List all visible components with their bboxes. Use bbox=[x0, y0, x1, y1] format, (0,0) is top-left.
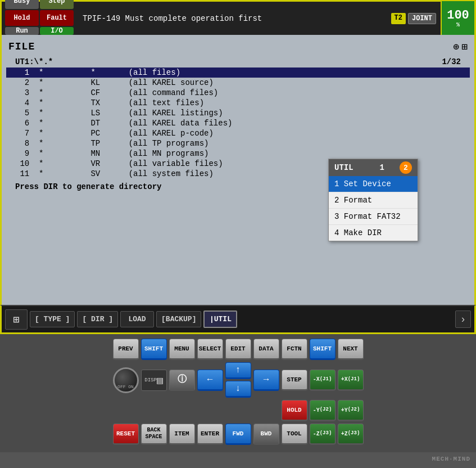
list-item[interactable]: 8 * TP (all TP programs) bbox=[6, 138, 470, 148]
off-on-knob[interactable]: OFF ON bbox=[113, 367, 139, 393]
pos-y-button[interactable]: +Y(J2) bbox=[338, 400, 364, 421]
list-item[interactable]: 5 * LS (all KAREL listings) bbox=[6, 108, 470, 118]
list-item[interactable]: 3 * CF (all command files) bbox=[6, 88, 470, 98]
arrow-right-button[interactable]: → bbox=[253, 370, 279, 391]
prev-button[interactable]: PREV bbox=[113, 339, 139, 360]
shift-button-right[interactable]: SHIFT bbox=[310, 339, 336, 360]
hold-button[interactable]: Hold bbox=[5, 10, 39, 26]
list-item[interactable]: 9 * MN (all MN programs) bbox=[6, 148, 470, 159]
enter-button[interactable]: ENTER bbox=[197, 424, 223, 445]
file-title: FILE bbox=[8, 41, 35, 52]
path-text: UT1:\*.* bbox=[15, 57, 53, 66]
percent-box: 100 % bbox=[441, 1, 474, 36]
dropdown-item-format-fat32[interactable]: 3 Format FAT32 bbox=[329, 209, 418, 225]
io-button[interactable]: I/O bbox=[40, 27, 74, 35]
dropdown-menu: UTIL 1 2 1 Set Device 2 Format 3 Format … bbox=[328, 159, 418, 241]
dir-button[interactable]: [ DIR ] bbox=[77, 311, 118, 327]
dropdown-item-make-dir[interactable]: 4 Make DIR bbox=[329, 225, 418, 241]
path-line: UT1:\*.* 1/32 bbox=[6, 56, 470, 68]
hold-button-kbd[interactable]: HOLD bbox=[282, 400, 307, 421]
arrow-up-button[interactable]: ↑ bbox=[225, 362, 251, 379]
disp-button[interactable]: DISP▤ bbox=[141, 370, 167, 391]
dropdown-number: 1 bbox=[380, 163, 384, 172]
keyboard-row-2: OFF ON DISP▤ ⓘ ← ↑ ↓ → STEP -X(J1) +X(J1… bbox=[11, 362, 465, 398]
status-message: TPIF-149 Must complete operation first bbox=[77, 14, 391, 23]
bwd-button[interactable]: BWD bbox=[253, 424, 279, 445]
pos-x-button[interactable]: +X(J1) bbox=[338, 370, 364, 391]
neg-y-button[interactable]: -Y(J2) bbox=[310, 400, 336, 421]
main-area: FILE ⊕ ⊞ UT1:\*.* 1/32 1 * * (all files)… bbox=[0, 35, 476, 305]
menu-button[interactable]: MENU bbox=[169, 339, 195, 360]
tool-button[interactable]: TOOL bbox=[282, 424, 307, 445]
select-button[interactable]: SELECT bbox=[197, 339, 223, 360]
list-item[interactable]: 6 * DT (all KAREL data files) bbox=[6, 118, 470, 128]
t2-joint-area: T2 JOINT bbox=[391, 13, 441, 24]
t2-tag: T2 bbox=[391, 13, 406, 24]
fwd-button[interactable]: FWD bbox=[225, 424, 251, 445]
grid-icon[interactable]: ⊞ bbox=[461, 40, 468, 53]
keyboard-row-3: HOLD -Y(J2) +Y(J2) bbox=[11, 400, 465, 421]
dropdown-item-format[interactable]: 2 Format bbox=[329, 192, 418, 209]
percent-value: 100 bbox=[447, 8, 469, 22]
neg-z-button[interactable]: -Z(J3) bbox=[310, 424, 336, 445]
shift-button-left[interactable]: SHIFT bbox=[141, 339, 167, 360]
edit-button[interactable]: EDIT bbox=[225, 339, 251, 360]
next-button[interactable]: NEXT bbox=[338, 339, 364, 360]
busy-button[interactable]: Busy bbox=[5, 0, 39, 9]
keyboard-row-1: PREV SHIFT MENU SELECT EDIT DATA FCTN SH… bbox=[11, 339, 465, 360]
step-button[interactable]: Step bbox=[40, 0, 74, 9]
backup-button[interactable]: [BACKUP] bbox=[156, 311, 201, 327]
list-item[interactable]: 7 * PC (all KAREL p-code) bbox=[6, 128, 470, 138]
keyboard-area: PREV SHIFT MENU SELECT EDIT DATA FCTN SH… bbox=[0, 334, 476, 452]
dropdown-title: UTIL bbox=[334, 163, 353, 172]
dropdown-header: UTIL 1 2 bbox=[329, 159, 418, 176]
top-bar: Busy Step Hold Fault Run I/O Prod TCyc T… bbox=[0, 0, 476, 35]
backspace-button[interactable]: BACKSPACE bbox=[141, 424, 167, 445]
util-button[interactable]: |UTIL bbox=[203, 310, 237, 328]
grid-view-button[interactable]: ⊞ bbox=[5, 309, 28, 330]
neg-x-button[interactable]: -X(J1) bbox=[310, 370, 336, 391]
off-on-label: OFF ON bbox=[117, 384, 134, 389]
pos-z-button[interactable]: +Z(J3) bbox=[338, 424, 364, 445]
fault-button[interactable]: Fault bbox=[40, 10, 74, 26]
percent-sign: % bbox=[456, 22, 460, 28]
run-button[interactable]: Run bbox=[5, 27, 39, 35]
logo: MECH·MIND bbox=[432, 456, 470, 462]
file-header: FILE ⊕ ⊞ bbox=[2, 39, 474, 56]
step-button-kbd[interactable]: STEP bbox=[282, 370, 307, 391]
joint-tag: JOINT bbox=[408, 13, 436, 24]
dropdown-badge: 2 bbox=[400, 161, 412, 174]
next-arrow-button[interactable]: › bbox=[455, 310, 471, 328]
list-item[interactable]: 2 * KL (all KAREL source) bbox=[6, 78, 470, 88]
list-item[interactable]: 4 * TX (all text files) bbox=[6, 98, 470, 108]
dropdown-item-set-device[interactable]: 1 Set Device bbox=[329, 176, 418, 192]
data-button[interactable]: DATA bbox=[253, 339, 279, 360]
load-button[interactable]: LOAD bbox=[120, 311, 154, 327]
info-button[interactable]: ⓘ bbox=[169, 370, 195, 391]
file-icons: ⊕ ⊞ bbox=[453, 40, 468, 53]
type-button[interactable]: [ TYPE ] bbox=[30, 311, 75, 327]
fctn-button[interactable]: FCTN bbox=[282, 339, 307, 360]
list-item[interactable]: 1 * * (all files) bbox=[6, 68, 470, 78]
bottom-toolbar: ⊞ [ TYPE ] [ DIR ] LOAD [BACKUP] |UTIL › bbox=[0, 305, 476, 334]
page-indicator: 1/32 bbox=[442, 57, 461, 66]
arrow-left-button[interactable]: ← bbox=[197, 370, 223, 391]
item-button[interactable]: ITEM bbox=[169, 424, 195, 445]
arrow-down-button[interactable]: ↓ bbox=[225, 381, 251, 398]
plus-icon[interactable]: ⊕ bbox=[453, 40, 459, 53]
keyboard-row-4: RESET BACKSPACE ITEM ENTER FWD BWD TOOL … bbox=[11, 424, 465, 445]
reset-button[interactable]: RESET bbox=[113, 424, 139, 445]
